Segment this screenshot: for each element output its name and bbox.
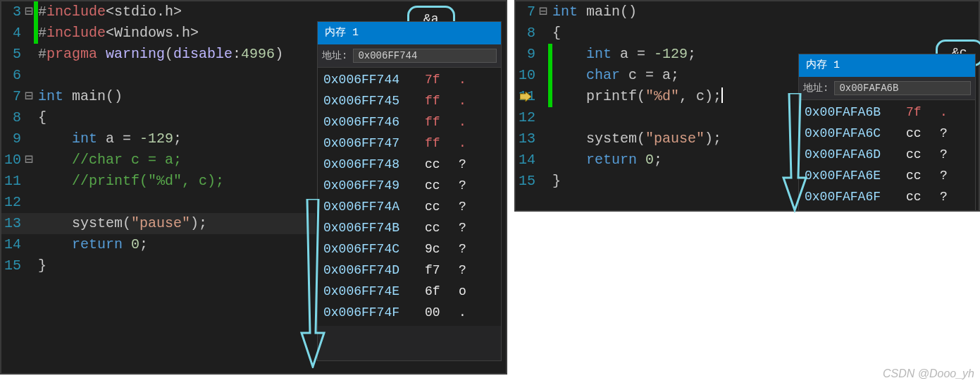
memory-row[interactable]: 0x006FF745ff.: [323, 90, 501, 111]
code-line[interactable]: 8{: [516, 23, 797, 44]
memory-address: 0x00FAFA6E: [805, 166, 896, 186]
memory-byte: 9c: [425, 239, 449, 259]
fold-toggle-icon[interactable]: [24, 213, 34, 234]
memory-window-title[interactable]: 内存 1: [318, 22, 501, 44]
code-line[interactable]: 14 return 0;: [1, 234, 316, 255]
fold-toggle-icon[interactable]: [538, 128, 548, 150]
fold-toggle-icon[interactable]: [538, 171, 548, 192]
memory-window-right: 内存 1 地址: 0x00FAFA6B7f.0x00FAFA6Ccc?0x00F…: [798, 54, 976, 210]
line-number: 3: [1, 1, 24, 23]
memory-row[interactable]: 0x00FAFA6Dcc?: [805, 144, 975, 165]
memory-address: 0x00FAFA6C: [805, 123, 896, 143]
fold-toggle-icon[interactable]: [24, 255, 34, 276]
memory-address-input[interactable]: [353, 49, 497, 63]
memory-row[interactable]: 0x00FAFA6Ecc?: [805, 165, 975, 186]
memory-ascii: ?: [940, 123, 954, 143]
code-line[interactable]: 7⊟int main(): [1, 86, 316, 107]
fold-toggle-icon[interactable]: [24, 171, 34, 192]
memory-row[interactable]: 0x006FF74Acc?: [323, 196, 501, 217]
line-number: 6: [1, 65, 24, 86]
fold-toggle-icon[interactable]: [24, 234, 34, 255]
line-number: 8: [1, 107, 24, 128]
code-line[interactable]: 11 printf("%d", c);: [516, 86, 797, 107]
memory-row[interactable]: 0x00FAFA6B7f.: [805, 102, 975, 123]
memory-row[interactable]: 0x006FF74Df7?: [323, 260, 501, 281]
line-number: 13: [516, 128, 538, 150]
memory-row[interactable]: 0x006FF74Bcc?: [323, 217, 501, 238]
code-line[interactable]: 3⊟#include<stdio.h>: [1, 1, 316, 23]
memory-ascii: ?: [940, 187, 954, 207]
fold-toggle-icon[interactable]: [538, 44, 548, 65]
memory-row[interactable]: 0x006FF74F00.: [323, 302, 501, 323]
code-line[interactable]: 10 char c = a;: [516, 65, 797, 86]
code-line[interactable]: 9 int a = -129;: [516, 44, 797, 65]
fold-toggle-icon[interactable]: [24, 44, 34, 65]
code-line[interactable]: 15}: [1, 255, 316, 276]
memory-row[interactable]: 0x006FF749cc?: [323, 175, 501, 196]
fold-toggle-icon[interactable]: ⊟: [24, 86, 34, 107]
memory-row[interactable]: 0x00FAFA6Ccc?: [805, 123, 975, 144]
code-text: {: [38, 107, 316, 128]
code-text: [38, 65, 316, 86]
fold-toggle-icon[interactable]: [538, 23, 548, 44]
code-line[interactable]: 13 system("pause");: [1, 213, 316, 234]
code-line[interactable]: 13 system("pause");: [516, 128, 797, 150]
fold-toggle-icon[interactable]: [24, 128, 34, 150]
code-line[interactable]: 12: [516, 107, 797, 128]
memory-address-input[interactable]: [834, 81, 971, 95]
code-line[interactable]: 5#pragma warning(disable:4996): [1, 44, 316, 65]
line-number: 14: [516, 150, 538, 171]
fold-toggle-icon[interactable]: [538, 150, 548, 171]
code-line[interactable]: 8{: [1, 107, 316, 128]
breakpoint-arrow-icon: [520, 92, 531, 102]
fold-toggle-icon[interactable]: [24, 65, 34, 86]
memory-row[interactable]: 0x006FF746ff.: [323, 111, 501, 133]
line-number: 9: [1, 128, 24, 150]
code-text: [38, 192, 316, 213]
memory-rows: 0x00FAFA6B7f.0x00FAFA6Ccc?0x00FAFA6Dcc?0…: [799, 100, 975, 210]
memory-byte: ff: [425, 133, 449, 153]
memory-byte: cc: [425, 154, 449, 174]
memory-row[interactable]: 0x006FF747ff.: [323, 133, 501, 154]
line-number: 5: [1, 44, 24, 65]
memory-ascii: ?: [459, 239, 473, 259]
code-text: {: [552, 23, 797, 44]
code-line[interactable]: 14 return 0;: [516, 150, 797, 171]
fold-toggle-icon[interactable]: [538, 65, 548, 86]
code-line[interactable]: 4#include<Windows.h>: [1, 23, 316, 44]
memory-window-title[interactable]: 内存 1: [799, 54, 975, 77]
memory-address: 0x006FF744: [323, 70, 415, 90]
line-number: 12: [516, 107, 538, 128]
code-text: [552, 107, 797, 128]
memory-row[interactable]: 0x006FF748cc?: [323, 154, 501, 175]
fold-toggle-icon[interactable]: [538, 86, 548, 107]
memory-ascii: .: [459, 133, 473, 153]
code-line[interactable]: 10⊟ //char c = a;: [1, 150, 316, 171]
code-line[interactable]: 9 int a = -129;: [1, 128, 316, 150]
memory-rows: 0x006FF7447f.0x006FF745ff.0x006FF746ff.0…: [318, 68, 501, 326]
right-code-editor[interactable]: 7⊟int main()8{9 int a = -129;10 char c =…: [516, 1, 797, 210]
memory-row[interactable]: 0x006FF74E6fo: [323, 281, 501, 302]
fold-toggle-icon[interactable]: [24, 107, 34, 128]
fold-toggle-icon[interactable]: ⊟: [538, 1, 548, 23]
memory-row[interactable]: 0x00FAFA6Fcc?: [805, 186, 975, 207]
line-number: 7: [1, 86, 24, 107]
memory-ascii: ?: [940, 166, 954, 186]
memory-byte: 00: [425, 303, 449, 322]
code-line[interactable]: 7⊟int main(): [516, 1, 797, 23]
fold-toggle-icon[interactable]: ⊟: [24, 1, 34, 23]
memory-row[interactable]: 0x006FF7447f.: [323, 69, 501, 90]
fold-toggle-icon[interactable]: ⊟: [24, 150, 34, 171]
left-code-editor[interactable]: 3⊟#include<stdio.h>4#include<Windows.h>5…: [1, 1, 316, 373]
memory-row[interactable]: 0x006FF74C9c?: [323, 238, 501, 260]
fold-toggle-icon[interactable]: [24, 23, 34, 44]
code-line[interactable]: 11 //printf("%d", c);: [1, 171, 316, 192]
memory-ascii: .: [940, 102, 954, 122]
fold-toggle-icon[interactable]: [538, 107, 548, 128]
fold-toggle-icon[interactable]: [24, 192, 34, 213]
code-line[interactable]: 6: [1, 65, 316, 86]
code-line[interactable]: 12: [1, 192, 316, 213]
memory-byte: ff: [425, 112, 449, 132]
code-line[interactable]: 15}: [516, 171, 797, 192]
memory-address-label: 地址:: [322, 46, 347, 66]
